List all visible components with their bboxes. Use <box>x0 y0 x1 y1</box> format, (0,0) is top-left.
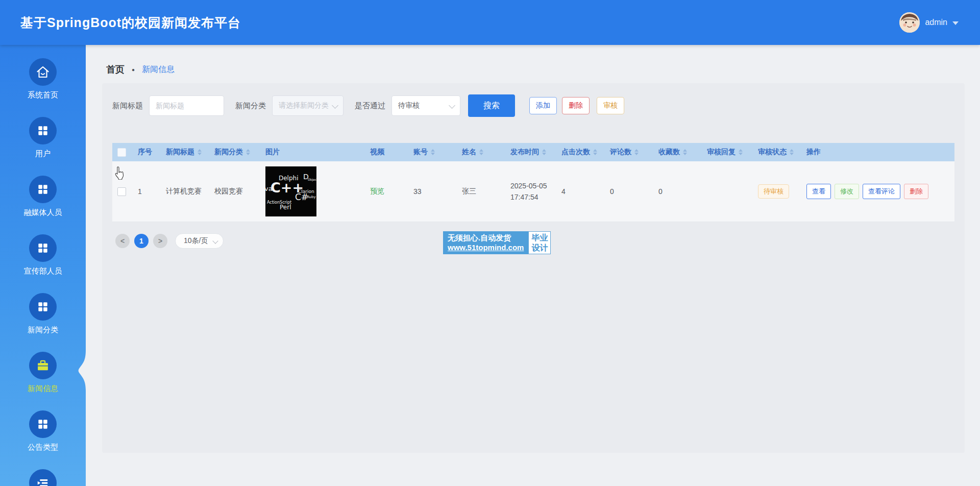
breadcrumb-separator-dot: ● <box>132 67 135 72</box>
sidebar-item-label: 新闻信息 <box>28 383 58 394</box>
cell-publish-time: 2025-05-05 17:47:54 <box>505 161 556 222</box>
watermark-ad: 无须担心.自动发货 www.51topmind.com 毕业 设计 <box>443 231 551 254</box>
table-row: 1 计算机竞赛 校园竞赛 va Delphi D Objec C++ Clari… <box>112 161 954 222</box>
next-page-button[interactable]: > <box>153 234 167 248</box>
sort-icon[interactable] <box>246 149 250 155</box>
sidebar-item-notice-type[interactable]: 公告类型 <box>0 410 86 452</box>
avatar[interactable] <box>899 12 920 33</box>
list-icon <box>29 469 57 486</box>
news-title-input[interactable] <box>149 95 224 116</box>
page-size-select[interactable]: 10条/页 <box>175 233 224 249</box>
breadcrumb-home-link[interactable]: 首页 <box>106 63 125 76</box>
home-icon <box>29 58 57 86</box>
breadcrumb: 首页 ● 新闻信息 <box>106 63 980 76</box>
sort-icon[interactable] <box>431 149 435 155</box>
sidebar-item-label: 融媒体人员 <box>24 207 62 217</box>
page-title: 基于SpringBoot的校园新闻发布平台 <box>20 14 241 31</box>
table-header-row: 序号 新闻标题 新闻分类 图片 视频 账号 姓名 发布时间 点击次数 评论数 收… <box>112 143 954 161</box>
sort-icon[interactable] <box>634 149 639 155</box>
page-number-button[interactable]: 1 <box>134 234 149 248</box>
row-actions: 查看 修改 查看评论 删除 <box>806 184 928 199</box>
caret-down-icon <box>213 238 218 244</box>
row-checkbox[interactable] <box>117 187 126 196</box>
column-header-audit-status[interactable]: 审核状态 <box>753 143 801 161</box>
column-header-category[interactable]: 新闻分类 <box>209 143 260 161</box>
sort-icon[interactable] <box>739 149 743 155</box>
cell-image: va Delphi D Objec C++ Clarion C# Ruby Ac… <box>260 161 365 222</box>
column-header-title[interactable]: 新闻标题 <box>161 143 209 161</box>
cell-name: 张三 <box>457 161 505 222</box>
username-label: admin <box>925 18 947 27</box>
sidebar-item-label: 宣传部人员 <box>24 266 62 276</box>
search-button[interactable]: 搜索 <box>468 94 515 117</box>
prev-page-button[interactable]: < <box>115 234 130 248</box>
sidebar-item-media-staff[interactable]: 融媒体人员 <box>0 176 86 217</box>
column-header-comments[interactable]: 评论数 <box>605 143 653 161</box>
watermark-ad-link[interactable]: 无须担心.自动发货 www.51topmind.com <box>443 231 528 254</box>
column-header-clicks[interactable]: 点击次数 <box>556 143 605 161</box>
audit-button[interactable]: 审核 <box>597 97 624 114</box>
content-panel: 新闻标题 新闻分类 请选择新闻分类 是否通过 待审核 搜索 添加 <box>102 83 965 453</box>
cell-audit-reply <box>702 161 753 222</box>
watermark-url[interactable]: www.51topmind.com <box>448 242 524 252</box>
sidebar-item-publicity-staff[interactable]: 宣传部人员 <box>0 234 86 276</box>
add-button[interactable]: 添加 <box>529 97 557 114</box>
sort-icon[interactable] <box>683 149 687 155</box>
view-comments-button[interactable]: 查看评论 <box>863 184 900 199</box>
sort-icon[interactable] <box>542 149 546 155</box>
column-header-video: 视频 <box>365 143 408 161</box>
pass-status-select[interactable]: 待审核 <box>391 95 460 116</box>
column-header-favorites[interactable]: 收藏数 <box>653 143 702 161</box>
edit-button[interactable]: 修改 <box>835 184 859 199</box>
news-table: 序号 新闻标题 新闻分类 图片 视频 账号 姓名 发布时间 点击次数 评论数 收… <box>112 143 954 222</box>
grid-icon <box>29 176 57 203</box>
sidebar-item-users[interactable]: 用户 <box>0 117 86 159</box>
row-delete-button[interactable]: 删除 <box>904 184 928 199</box>
cell-clicks: 4 <box>556 161 605 222</box>
caret-down-icon <box>332 102 338 109</box>
sidebar-item-label: 新闻分类 <box>28 325 58 335</box>
column-header-image: 图片 <box>260 143 365 161</box>
select-all-checkbox[interactable] <box>117 148 126 157</box>
column-header-audit-reply[interactable]: 审核回复 <box>702 143 753 161</box>
watermark-line1: 无须担心.自动发货 <box>448 233 524 242</box>
cell-index: 1 <box>133 161 161 222</box>
cursor-hand-icon <box>113 166 125 180</box>
view-button[interactable]: 查看 <box>806 184 831 199</box>
status-badge: 待审核 <box>758 184 789 199</box>
grid-icon <box>29 410 57 438</box>
sidebar-item-label: 用户 <box>35 149 51 159</box>
cell-favorites: 0 <box>653 161 702 222</box>
sort-icon[interactable] <box>479 149 483 155</box>
sidebar-item-partial[interactable] <box>0 469 86 486</box>
column-header-name[interactable]: 姓名 <box>457 143 505 161</box>
video-preview-link[interactable]: 预览 <box>370 187 384 196</box>
breadcrumb-current-link[interactable]: 新闻信息 <box>142 64 175 75</box>
sort-icon[interactable] <box>790 149 794 155</box>
news-title-filter-label: 新闻标题 <box>112 101 143 111</box>
column-header-publish-time[interactable]: 发布时间 <box>505 143 556 161</box>
main-content: 首页 ● 新闻信息 新闻标题 新闻分类 请选择新闻分类 是否通过 待审核 <box>86 45 980 486</box>
cell-account: 33 <box>408 161 457 222</box>
sidebar-item-news-info[interactable]: 新闻信息 <box>0 352 86 394</box>
sort-icon[interactable] <box>593 149 597 155</box>
pass-status-select-value: 待审核 <box>398 101 420 110</box>
sort-icon[interactable] <box>198 149 202 155</box>
grid-icon <box>29 293 57 321</box>
delete-button[interactable]: 删除 <box>562 97 590 114</box>
pass-filter-label: 是否通过 <box>355 101 385 111</box>
caret-down-icon <box>449 102 455 109</box>
news-thumbnail-image[interactable]: va Delphi D Objec C++ Clarion C# Ruby Ac… <box>265 166 316 216</box>
sidebar-nav: 系统首页 用户 融媒体人员 宣传部人员 新闻分类 <box>0 45 86 486</box>
cell-title: 计算机竞赛 <box>161 161 209 222</box>
grid-icon <box>29 117 57 144</box>
sidebar-item-label: 公告类型 <box>28 442 58 452</box>
sidebar-item-system-home[interactable]: 系统首页 <box>0 58 86 100</box>
sidebar-item-news-category[interactable]: 新闻分类 <box>0 293 86 335</box>
column-header-account[interactable]: 账号 <box>408 143 457 161</box>
cell-comments: 0 <box>605 161 653 222</box>
user-menu[interactable]: admin <box>899 0 959 45</box>
top-header: 基于SpringBoot的校园新闻发布平台 admin <box>0 0 980 45</box>
sidebar-item-label: 系统首页 <box>28 90 58 100</box>
news-category-select[interactable]: 请选择新闻分类 <box>272 95 344 116</box>
